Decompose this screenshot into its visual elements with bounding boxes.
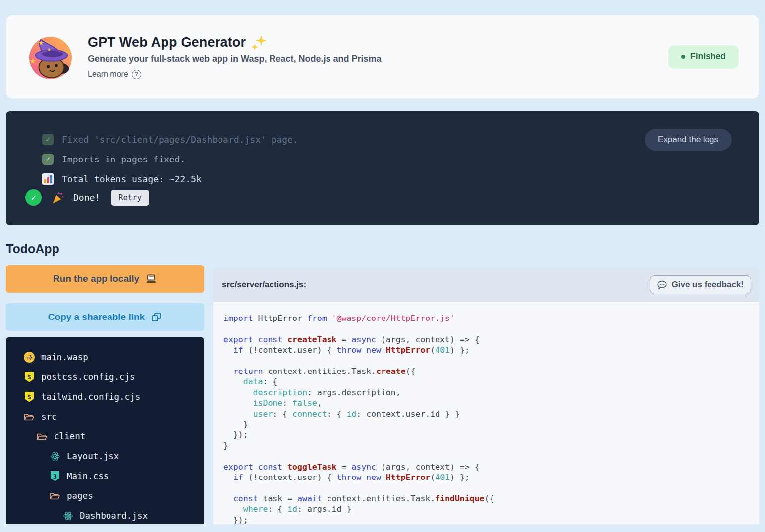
log-done-row: ✓ Done! Retry bbox=[6, 189, 759, 206]
log-line-text: Fixed 'src/client/pages/Dashboard.jsx' p… bbox=[62, 134, 298, 145]
svg-text:★: ★ bbox=[47, 47, 51, 52]
css-file-icon: 3 bbox=[51, 471, 59, 481]
js-config-file-icon: S bbox=[25, 372, 34, 382]
sparkles-icon bbox=[251, 35, 268, 51]
tree-item-label: Layout.jsx bbox=[67, 451, 119, 461]
feedback-button-label: Give us feedback! bbox=[671, 280, 744, 290]
code-line: export const toggleTask = async (args, c… bbox=[223, 462, 759, 472]
tree-item-main-css[interactable]: 3Main.css bbox=[6, 466, 204, 486]
folder-open-icon bbox=[24, 411, 35, 422]
learn-more-label: Learn more bbox=[88, 70, 128, 79]
copy-shareable-link-button[interactable]: Copy a shareable link bbox=[6, 303, 204, 331]
status-badge: Finished bbox=[668, 45, 739, 69]
tree-item-label: postcss.config.cjs bbox=[41, 372, 135, 382]
code-line: } bbox=[223, 440, 759, 451]
code-line: isDone: false, bbox=[223, 398, 759, 408]
tree-item-dashboard-jsx[interactable]: Dashboard.jsx bbox=[6, 506, 204, 524]
code-line: }); bbox=[223, 429, 759, 440]
done-label: Done! bbox=[73, 192, 100, 203]
folder-open-icon bbox=[50, 490, 60, 501]
log-line: ✓Imports in pages fixed. bbox=[6, 149, 759, 169]
svg-text:★: ★ bbox=[29, 56, 36, 65]
run-app-locally-button[interactable]: Run the app locally bbox=[6, 265, 204, 293]
expand-logs-button[interactable]: Expand the logs bbox=[645, 129, 732, 151]
check-mark-icon: ✓ bbox=[42, 134, 54, 145]
svg-text:★: ★ bbox=[65, 49, 70, 55]
tree-item-layout-jsx[interactable]: Layout.jsx bbox=[6, 446, 204, 466]
svg-text:★: ★ bbox=[38, 39, 44, 47]
run-button-label: Run the app locally bbox=[53, 273, 139, 284]
speech-bubble-icon bbox=[657, 280, 667, 290]
code-line: where: { id: args.id } bbox=[223, 504, 759, 514]
check-mark-icon: ✓ bbox=[42, 154, 54, 165]
code-line: }); bbox=[223, 515, 759, 524]
give-feedback-button[interactable]: Give us feedback! bbox=[650, 275, 751, 294]
copy-icon bbox=[151, 312, 162, 323]
code-viewer: src/server/actions.js: Give us feedback!… bbox=[213, 268, 759, 524]
file-tree: =}main.waspSpostcss.config.cjsStailwind.… bbox=[6, 337, 204, 524]
bar-chart-icon bbox=[42, 173, 54, 185]
left-column: Run the app locally Copy a shareable lin… bbox=[6, 265, 204, 524]
copy-button-label: Copy a shareable link bbox=[48, 312, 145, 322]
laptop-icon bbox=[145, 274, 157, 284]
code-filename: src/server/actions.js: bbox=[222, 280, 306, 290]
code-line bbox=[223, 483, 759, 493]
code-line: import HttpError from '@wasp/core/HttpEr… bbox=[223, 313, 759, 323]
tree-item-tailwind-config-cjs[interactable]: Stailwind.config.cjs bbox=[6, 387, 204, 407]
tree-item-postcss-config-cjs[interactable]: Spostcss.config.cjs bbox=[6, 367, 204, 387]
code-line: data: { bbox=[223, 376, 759, 387]
react-file-icon bbox=[62, 510, 73, 521]
page-subtitle: Generate your full-stack web app in Wasp… bbox=[88, 54, 382, 64]
wasp-mage-logo-icon: ★ ★ ★ ★ bbox=[26, 33, 75, 81]
code-line: } bbox=[223, 419, 759, 429]
tree-item-label: pages bbox=[67, 491, 93, 501]
code-line: description: args.description, bbox=[223, 387, 759, 398]
app-name-heading: TodoApp bbox=[6, 242, 765, 256]
code-viewer-header: src/server/actions.js: Give us feedback! bbox=[213, 268, 759, 302]
code-line: return context.entities.Task.create({ bbox=[223, 366, 759, 376]
code-line bbox=[223, 451, 759, 461]
log-line-text: Imports in pages fixed. bbox=[62, 154, 185, 164]
tree-item-label: src bbox=[41, 412, 57, 422]
js-config-file-icon: S bbox=[25, 392, 34, 402]
code-line: user: { connect: { id: context.user.id }… bbox=[223, 409, 759, 419]
tree-item-client[interactable]: client bbox=[6, 426, 204, 446]
question-mark-icon: ? bbox=[132, 70, 141, 79]
status-badge-label: Finished bbox=[690, 52, 726, 62]
code-content: import HttpError from '@wasp/core/HttpEr… bbox=[213, 302, 759, 524]
tree-item-main-wasp[interactable]: =}main.wasp bbox=[6, 347, 204, 367]
header-card: ★ ★ ★ ★ GPT Web App Generator Generate y… bbox=[6, 15, 759, 99]
page-title: GPT Web App Generator bbox=[88, 35, 246, 50]
tree-item-label: Dashboard.jsx bbox=[80, 511, 148, 521]
success-check-circle-icon: ✓ bbox=[25, 189, 42, 206]
tree-item-label: client bbox=[54, 431, 85, 441]
code-line bbox=[223, 356, 759, 366]
tree-item-label: main.wasp bbox=[41, 352, 88, 362]
tree-item-label: Main.css bbox=[67, 471, 109, 481]
page: ★ ★ ★ ★ GPT Web App Generator Generate y… bbox=[0, 0, 765, 532]
react-file-icon bbox=[50, 451, 60, 462]
code-line: if (!context.user) { throw new HttpError… bbox=[223, 345, 759, 355]
code-line: const task = await context.entities.Task… bbox=[223, 493, 759, 504]
tree-item-src[interactable]: src bbox=[6, 407, 204, 426]
tree-item-label: tailwind.config.cjs bbox=[41, 392, 140, 402]
generation-log-panel: ✓Fixed 'src/client/pages/Dashboard.jsx' … bbox=[6, 111, 759, 225]
log-line-text: Total tokens usage: ~22.5k bbox=[62, 174, 202, 184]
tree-item-pages[interactable]: pages bbox=[6, 486, 204, 506]
header-text: GPT Web App Generator Generate your full… bbox=[88, 35, 382, 79]
learn-more-link[interactable]: Learn more ? bbox=[88, 70, 382, 79]
code-line: if (!context.user) { throw new HttpError… bbox=[223, 472, 759, 482]
status-dot-icon bbox=[681, 55, 685, 59]
retry-button[interactable]: Retry bbox=[111, 190, 149, 206]
wasp-file-icon: =} bbox=[24, 352, 35, 363]
folder-open-icon bbox=[37, 431, 48, 442]
party-popper-icon bbox=[52, 191, 64, 204]
log-line: Total tokens usage: ~22.5k bbox=[6, 169, 759, 189]
main-columns: Run the app locally Copy a shareable lin… bbox=[6, 265, 759, 524]
code-line bbox=[223, 323, 759, 334]
code-line: export const createTask = async (args, c… bbox=[223, 334, 759, 345]
